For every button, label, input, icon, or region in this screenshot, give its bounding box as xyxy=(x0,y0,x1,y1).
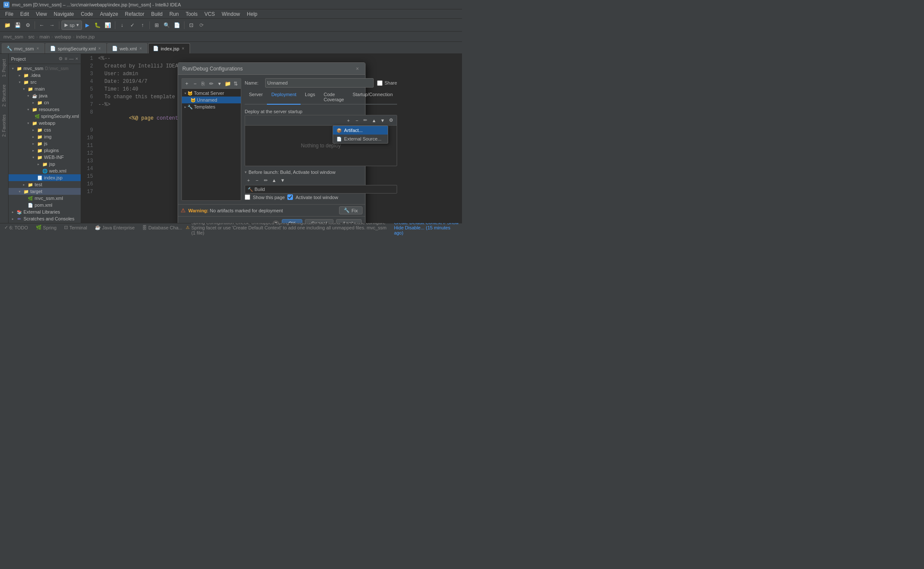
menu-build[interactable]: Build xyxy=(148,10,166,18)
run-btn[interactable]: ▶ xyxy=(83,21,92,30)
tab-startup-connection[interactable]: Startup/Connection xyxy=(348,90,397,105)
tree-item-css[interactable]: ▸ 📁 css xyxy=(9,126,81,133)
before-launch-header[interactable]: ▾ Before launch: Build, Activate tool wi… xyxy=(245,169,397,176)
tree-item-webapp[interactable]: ▾ 📁 webapp xyxy=(9,120,81,126)
bl-add-btn[interactable]: + xyxy=(245,176,252,184)
tree-item-indexjsp[interactable]: 📃 index.jsp xyxy=(9,174,81,181)
breadcrumb-src[interactable]: src xyxy=(28,34,35,39)
menu-edit[interactable]: Edit xyxy=(17,10,32,18)
tree-item-mvcxml[interactable]: 🌿 mvc_ssm.xml xyxy=(9,195,81,202)
tree-item-webxml[interactable]: 🌐 web.xml xyxy=(9,167,81,174)
dlg-sort-btn[interactable]: ⇅ xyxy=(233,80,239,88)
apply-button[interactable]: Apply xyxy=(336,219,362,223)
menu-analyze[interactable]: Analyze xyxy=(96,10,122,18)
tab-code-coverage[interactable]: Code Coverage xyxy=(319,90,348,105)
open-folder-btn[interactable]: 📁 xyxy=(3,21,12,30)
bl-remove-btn[interactable]: − xyxy=(253,176,261,184)
menu-window[interactable]: Window xyxy=(218,10,243,18)
menu-run[interactable]: Run xyxy=(166,10,182,18)
project-minimize-icon[interactable]: — xyxy=(69,56,74,62)
bl-down-btn[interactable]: ▼ xyxy=(279,176,287,184)
vcs-update-btn[interactable]: ↓ xyxy=(117,21,127,30)
structure-btn[interactable]: ⊞ xyxy=(152,21,161,30)
tree-item-plugins[interactable]: ▸ 📁 plugins xyxy=(9,147,81,154)
status-tab-database[interactable]: 🗄 Database Cha... xyxy=(140,225,184,230)
tree-item-pomxml[interactable]: 📄 pom.xml xyxy=(9,202,81,208)
dlg-remove-btn[interactable]: − xyxy=(192,80,198,88)
deploy-add-btn[interactable]: + xyxy=(345,117,352,124)
tree-item-idea[interactable]: ▸ 📁 .idea xyxy=(9,72,81,79)
dlg-copy-btn[interactable]: ⎘ xyxy=(200,80,206,88)
dlg-folder-btn[interactable]: 📁 xyxy=(225,80,231,88)
tree-item-springsecurity[interactable]: 🌿 springSecurity.xml xyxy=(9,113,81,120)
menu-navigate[interactable]: Navigate xyxy=(50,10,77,18)
cancel-button[interactable]: Cancel xyxy=(305,219,333,223)
tree-item-test[interactable]: ▸ 📁 test xyxy=(9,181,81,188)
tree-item-src[interactable]: ▾ 📁 src xyxy=(9,79,81,85)
fix-button[interactable]: 🔧 Fix xyxy=(339,206,363,214)
deploy-edit-btn[interactable]: ✏ xyxy=(362,117,369,124)
tree-item-webinf[interactable]: ▾ 📁 WEB-INF xyxy=(9,154,81,161)
deploy-down-btn[interactable]: ▼ xyxy=(379,117,386,124)
dlg-arrow-btn[interactable]: ▾ xyxy=(216,80,223,88)
tree-item-js[interactable]: ▸ 📁 js xyxy=(9,140,81,147)
tree-item-java[interactable]: ▾ ☕ java xyxy=(9,92,81,99)
dropdown-external[interactable]: 📄 External Source... xyxy=(333,135,388,143)
menu-file[interactable]: File xyxy=(2,10,17,18)
deploy-settings-btn[interactable]: ⚙ xyxy=(387,117,395,124)
project-layout-icon[interactable]: ≡ xyxy=(64,56,67,62)
deploy-remove-btn[interactable]: − xyxy=(353,117,361,124)
tab-close-index[interactable]: × xyxy=(181,46,185,51)
help-button[interactable]: ? xyxy=(272,220,279,223)
tree-item-jsp[interactable]: ▸ 📁 jsp xyxy=(9,161,81,167)
project-settings-icon[interactable]: ⚙ xyxy=(58,56,63,62)
save-btn[interactable]: 💾 xyxy=(13,21,22,30)
tree-item-resources[interactable]: ▾ 📁 resources xyxy=(9,106,81,113)
bl-up-btn[interactable]: ▲ xyxy=(270,176,278,184)
breadcrumb-main[interactable]: main xyxy=(39,34,50,39)
vcs-push-btn[interactable]: ↑ xyxy=(138,21,147,30)
dropdown-artifact[interactable]: 📦 Artifact... xyxy=(333,126,388,135)
menu-view[interactable]: View xyxy=(32,10,50,18)
back-btn[interactable]: ← xyxy=(37,21,47,30)
project-close-icon[interactable]: × xyxy=(76,56,78,62)
bl-edit-btn[interactable]: ✏ xyxy=(262,176,269,184)
activate-tool-window-checkbox[interactable] xyxy=(287,194,293,200)
tab-close-web[interactable]: × xyxy=(139,46,143,51)
dlg-add-btn[interactable]: + xyxy=(184,80,190,88)
menu-help[interactable]: Help xyxy=(243,10,261,18)
breadcrumb-project[interactable]: mvc_ssm xyxy=(3,34,23,39)
tree-item-scratches[interactable]: ▸ ✏ Scratches and Consoles xyxy=(9,215,81,222)
dialog-close-btn[interactable]: × xyxy=(354,65,361,72)
tab-deployment[interactable]: Deployment xyxy=(267,90,301,105)
dlg-tree-unnamed[interactable]: 🐱 Unnamed xyxy=(182,97,241,103)
dlg-tree-templates[interactable]: ▸ 🔧 Templates xyxy=(182,103,241,110)
tree-root[interactable]: ▾ 📁 mvc_ssm D:\mvc_ssm xyxy=(9,65,81,72)
side-tab-favorites[interactable]: 2: Favorites xyxy=(0,111,8,140)
vcs-commit-btn[interactable]: ✓ xyxy=(128,21,137,30)
tab-close-mvc[interactable]: × xyxy=(35,46,40,51)
tree-item-cn[interactable]: ▸ 📁 cn xyxy=(9,99,81,106)
tab-mvc-ssm[interactable]: 🔧 mvc_ssm × xyxy=(2,43,44,53)
status-tab-todo[interactable]: ✓ 6: TODO xyxy=(3,225,30,230)
share-checkbox[interactable] xyxy=(377,80,383,86)
tree-item-main[interactable]: ▾ 📁 main xyxy=(9,85,81,92)
tree-item-img[interactable]: ▸ 📁 img xyxy=(9,133,81,140)
coverage-btn[interactable]: 📊 xyxy=(103,21,113,30)
debug-btn[interactable]: 🐛 xyxy=(93,21,102,30)
tab-server[interactable]: Server xyxy=(245,90,267,105)
menu-refactor[interactable]: Refactor xyxy=(122,10,148,18)
tab-close-spring[interactable]: × xyxy=(97,46,102,51)
ok-button[interactable]: OK xyxy=(282,219,302,223)
menu-vcs[interactable]: VCS xyxy=(201,10,219,18)
tab-logs[interactable]: Logs xyxy=(301,90,319,105)
menu-code[interactable]: Code xyxy=(77,10,96,18)
name-input[interactable] xyxy=(265,78,374,88)
side-tab-project[interactable]: 1: Project xyxy=(0,56,8,80)
search-everywhere-btn[interactable]: 🔍 xyxy=(162,21,172,30)
status-tab-terminal[interactable]: ⊡ Terminal xyxy=(62,225,89,230)
tab-spring-security[interactable]: 📄 springSecurity.xml × xyxy=(45,43,106,53)
tree-item-extlibs[interactable]: ▸ 📚 External Libraries xyxy=(9,208,81,215)
tab-index-jsp[interactable]: 📄 index.jsp × xyxy=(148,43,190,53)
search-files-btn[interactable]: 📄 xyxy=(173,21,182,30)
